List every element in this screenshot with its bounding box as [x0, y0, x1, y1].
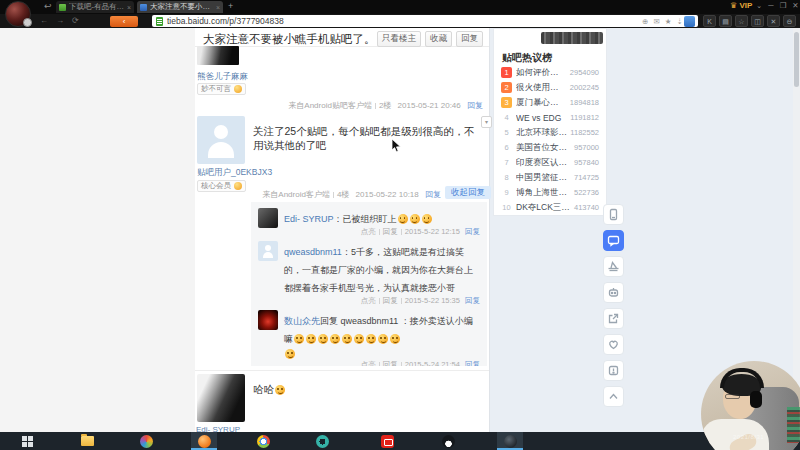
address-action-icon[interactable]: ⊕	[642, 17, 648, 26]
hot-topic-item[interactable]: 5 北京环球影城游园攻略 1182552	[494, 125, 606, 140]
like-link[interactable]: 点亮	[361, 296, 376, 305]
rank-badge: 3	[501, 97, 512, 108]
browser-action-icon[interactable]: ✕	[767, 15, 780, 27]
start-button[interactable]	[14, 432, 40, 450]
reply-gray-link[interactable]: 回复	[383, 227, 398, 236]
browser-tab[interactable]: 下载吧-有品有吧--下载... ×	[56, 1, 134, 13]
new-tab-button[interactable]: +	[228, 1, 233, 11]
back-to-top-icon[interactable]	[603, 386, 624, 407]
browser-action-buttons: K▤☆◫✕⊖	[703, 15, 796, 27]
robot-icon[interactable]	[603, 282, 624, 303]
hot-topic-item[interactable]: 1 如何评价云南白药自首 2954090	[494, 65, 606, 80]
comment-item: qweasdbnm11：5千多，这贴吧就是有过搞笑的，一直都是厂家的小编，就因为…	[258, 241, 480, 306]
nav-icon[interactable]: ←	[40, 16, 48, 25]
nav-icon[interactable]: ⟳	[72, 16, 79, 25]
comment-avatar[interactable]	[258, 241, 278, 261]
collapse-replies-button[interactable]: 收起回复	[445, 186, 491, 199]
reply-button[interactable]: 回复	[456, 31, 483, 47]
reply-gray-link[interactable]: 回复	[383, 360, 398, 366]
window-control-icon[interactable]: ─	[768, 1, 773, 10]
scrollbar-thumb[interactable]	[794, 32, 799, 87]
page-security-icon	[156, 17, 163, 26]
post1-author[interactable]: 熊爸儿子麻麻	[197, 71, 248, 83]
speed-mode-button[interactable]: ‹	[110, 16, 138, 27]
address-action-icon[interactable]: ⇣	[676, 17, 682, 26]
app-download-icon[interactable]	[603, 204, 624, 225]
rank-badge: 6	[501, 142, 512, 153]
browser-orange-icon[interactable]	[191, 432, 217, 450]
scrollbar-track[interactable]	[793, 28, 800, 432]
address-action-icon[interactable]: ★	[665, 17, 672, 26]
comment-reply-link[interactable]: 回复	[465, 360, 480, 366]
qq-icon[interactable]	[435, 432, 461, 450]
dark-app-icon[interactable]	[497, 432, 523, 450]
tab-close-icon[interactable]: ×	[216, 4, 220, 11]
nav-icon[interactable]: →	[56, 16, 64, 25]
comment-time: 2015-5-22 15:35	[405, 296, 460, 305]
hot-topic-item[interactable]: 9 博角上海世博园区 522736	[494, 185, 606, 200]
browser-ring-icon[interactable]	[309, 432, 335, 450]
hot-topic-item[interactable]: 4 WE vs EDG 1191812	[494, 110, 606, 125]
browser-tab[interactable]: 大家注意不要小看手机贴吧 ×	[137, 1, 223, 13]
hot-topic-text: 如何评价云南白药自首	[516, 67, 567, 79]
browser-action-icon[interactable]: ◫	[751, 15, 764, 27]
gear-icon[interactable]	[23, 18, 32, 27]
emoji-icon	[390, 334, 400, 344]
comment-author[interactable]: qweasdbnm11	[284, 247, 342, 257]
post2-reply-link[interactable]: 回复	[425, 190, 441, 199]
browser-action-icon[interactable]: ⊖	[783, 15, 796, 27]
hot-topic-item[interactable]: 6 美国首位女航天员回国 957000	[494, 140, 606, 155]
comments-icon[interactable]	[603, 230, 624, 251]
post2-author[interactable]: 贴吧用户_0EKBJX3	[197, 167, 272, 179]
floating-toolbar	[601, 204, 625, 407]
like-link[interactable]: 点亮	[361, 360, 376, 366]
url-field[interactable]: tieba.baidu.com/p/3777904838 ⊕✉★⇣⟳	[152, 15, 698, 27]
address-action-icon[interactable]: ✉	[653, 17, 659, 26]
post1-reply-link[interactable]: 回复	[467, 101, 483, 110]
post1-avatar[interactable]	[197, 46, 239, 65]
favorite-button[interactable]: 收藏	[425, 31, 452, 47]
heart-icon[interactable]	[603, 334, 624, 355]
comment-reply-link[interactable]: 回复	[465, 227, 480, 236]
hot-topic-item[interactable]: 7 印度赛区认定联动方式 957840	[494, 155, 606, 170]
post3-content: 哈哈	[253, 383, 286, 397]
share-icon[interactable]	[603, 308, 624, 329]
hot-topic-item[interactable]: 10 DK夺LCK三连冠 413740	[494, 200, 606, 215]
emoji-icon	[422, 214, 432, 224]
browser-360-icon[interactable]	[133, 432, 159, 450]
browser-profile-avatar[interactable]	[5, 1, 31, 27]
hot-topic-count: 413740	[574, 203, 599, 212]
tab-close-icon[interactable]: ×	[127, 4, 131, 11]
comment-author[interactable]: Edi- SYRUP	[284, 214, 334, 224]
chrome-icon[interactable]	[250, 432, 276, 450]
like-link[interactable]: 点亮	[361, 227, 376, 236]
comment-avatar[interactable]	[258, 208, 278, 228]
hot-topic-item[interactable]: 2 很火使用周边检测器数 2002245	[494, 80, 606, 95]
magic-hat-icon[interactable]	[603, 256, 624, 277]
window-control-icon[interactable]: ✕	[792, 1, 798, 10]
reply-gray-link[interactable]: 回复	[383, 296, 398, 305]
post3-avatar[interactable]	[197, 374, 245, 422]
post2-avatar[interactable]	[197, 116, 245, 164]
browser-action-icon[interactable]: ☆	[735, 15, 748, 27]
url-text[interactable]: tieba.baidu.com/p/3777904838	[167, 16, 642, 26]
undo-icon[interactable]: ↩	[44, 1, 52, 11]
hot-topic-item[interactable]: 8 中国男篮征战首轮回合 714725	[494, 170, 606, 185]
window-control-icon[interactable]: ⌄	[756, 1, 762, 10]
comment-reply-link[interactable]: 回复	[465, 296, 480, 305]
browser-action-icon[interactable]: K	[703, 15, 716, 27]
feedback-icon[interactable]	[603, 360, 624, 381]
expand-toggle-icon[interactable]: ▾	[481, 116, 492, 128]
window-control-icon[interactable]: ❐	[780, 1, 787, 10]
only-op-button[interactable]: 只看楼主	[377, 31, 421, 47]
extension-icon[interactable]	[684, 16, 695, 27]
comment-avatar[interactable]	[258, 310, 278, 330]
hot-topic-item[interactable]: 3 厦门暴心海剧场晚会 1894818	[494, 95, 606, 110]
vip-badge[interactable]: ♛ VIP	[730, 1, 752, 10]
hot-topic-text: 很火使用周边检测器数	[516, 82, 567, 94]
file-explorer-icon[interactable]	[74, 432, 100, 450]
browser-action-icon[interactable]: ▤	[719, 15, 732, 27]
comment-author[interactable]: 数山众先	[284, 316, 320, 326]
red-app-icon[interactable]	[374, 432, 400, 450]
comment-item: Edi- SYRUP：已被组织盯上 点亮回复2015-5-22 12:15 回复	[258, 208, 480, 237]
